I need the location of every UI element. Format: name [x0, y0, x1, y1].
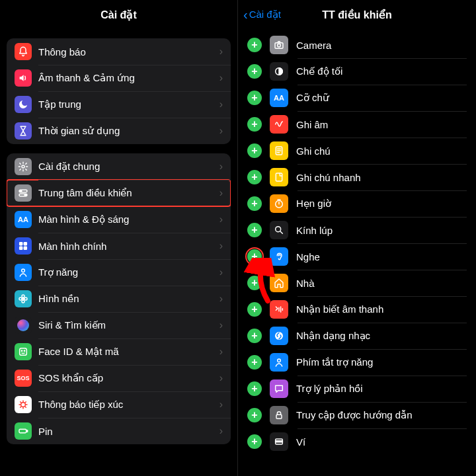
add-button[interactable]: +: [247, 223, 262, 237]
add-button[interactable]: +: [247, 329, 262, 343]
settings-row-control-center[interactable]: Trung tâm điều khiển›: [7, 180, 231, 206]
chevron-right-icon: ›: [219, 72, 223, 84]
timer-icon: [270, 194, 288, 213]
add-button[interactable]: +: [247, 355, 262, 370]
svg-point-11: [22, 295, 24, 298]
cc-label: Ghi âm: [296, 119, 328, 130]
cc-label: Nhận dạng nhạc: [296, 330, 370, 342]
cc-label: Nhận biết âm thanh: [296, 303, 383, 315]
cc-row-guided: +Truy cập được hướng dẫn: [247, 402, 467, 428]
cc-row-notes: +Ghi chú: [247, 138, 467, 164]
row-label: Màn hình & Độ sáng: [38, 214, 219, 225]
cc-row-soundrecog: +Nhận biết âm thanh: [247, 296, 467, 323]
add-button[interactable]: +: [247, 276, 262, 290]
cc-label: Kính lúp: [296, 225, 333, 236]
back-button[interactable]: ‹ Cài đặt: [243, 8, 281, 21]
cc-header: ‹ Cài đặt TT điều khiển: [238, 0, 476, 29]
cc-row-wallet: +Ví: [247, 428, 467, 455]
chevron-right-icon: ›: [219, 125, 223, 137]
shortcut-icon: [270, 353, 288, 372]
cc-label: Phím tắt trợ năng: [296, 356, 373, 368]
settings-scroll[interactable]: Thông báo›Âm thanh & Cảm ứng›Tập trung›T…: [0, 29, 237, 476]
settings-row-battery[interactable]: Pin›: [7, 418, 231, 444]
row-label: Thông báo: [38, 46, 219, 58]
control-center-icon: [15, 184, 32, 202]
add-button[interactable]: +: [247, 196, 262, 211]
chevron-right-icon: ›: [219, 240, 223, 252]
settings-row-display[interactable]: AAMàn hình & Độ sáng›: [7, 206, 231, 233]
svg-point-4: [24, 194, 26, 196]
settings-header: Cài đặt: [0, 0, 237, 29]
chevron-right-icon: ›: [219, 425, 223, 437]
add-button[interactable]: +: [247, 91, 262, 105]
add-button[interactable]: +: [247, 434, 262, 449]
add-button[interactable]: +: [247, 117, 262, 132]
cc-label: Nhà: [296, 278, 315, 289]
cc-list[interactable]: +Camera+Chế độ tối+AACỡ chữ+Ghi âm+Ghi c…: [238, 29, 476, 457]
exposure-icon: [15, 396, 32, 413]
cc-row-darkmode: +Chế độ tối: [247, 58, 467, 85]
svg-rect-20: [26, 430, 27, 432]
add-button[interactable]: +: [247, 249, 262, 264]
settings-row-focus[interactable]: Tập trung›: [7, 91, 231, 118]
svg-rect-8: [24, 247, 26, 249]
cc-row-quicknote: +Ghi chú nhanh: [247, 164, 467, 190]
chevron-right-icon: ›: [219, 99, 223, 110]
row-label: Cài đặt chung: [38, 161, 219, 173]
settings-row-general[interactable]: Cài đặt chung›: [7, 153, 231, 180]
row-label: Siri & Tìm kiếm: [38, 319, 219, 331]
battery-icon: [15, 422, 32, 440]
add-button[interactable]: +: [247, 408, 262, 422]
cc-label: Hẹn giờ: [296, 198, 331, 210]
settings-row-exposure[interactable]: Thông báo tiếp xúc›: [7, 391, 231, 418]
cc-label: Chế độ tối: [296, 65, 342, 77]
darkmode-icon: [270, 62, 288, 81]
svg-point-2: [20, 190, 21, 192]
add-button[interactable]: +: [247, 302, 262, 317]
row-label: Thời gian sử dụng: [38, 125, 219, 137]
settings-row-accessibility[interactable]: Trợ năng›: [7, 259, 231, 286]
page-title: TT điều khiển: [322, 9, 391, 21]
chevron-right-icon: ›: [219, 293, 223, 305]
add-button[interactable]: +: [247, 381, 262, 396]
chevron-left-icon: ‹: [243, 8, 248, 21]
row-label: Thông báo tiếp xúc: [38, 399, 219, 411]
settings-row-siri[interactable]: Siri & Tìm kiếm›: [7, 312, 231, 338]
svg-point-12: [22, 300, 24, 303]
cc-row-textsize: +AACỡ chữ: [247, 85, 467, 111]
cc-label: Ghi chú nhanh: [296, 172, 361, 183]
feedback-icon: [270, 379, 288, 398]
svg-rect-30: [276, 415, 282, 418]
magnifier-icon: [270, 221, 288, 239]
control-center-panel: ‹ Cài đặt TT điều khiển +Camera+Chế độ t…: [238, 0, 476, 476]
settings-row-wallpaper[interactable]: Hình nền›: [7, 286, 231, 312]
quicknote-icon: [270, 168, 288, 186]
cc-row-shortcut: +Phím tắt trợ năng: [247, 349, 467, 376]
settings-row-bell[interactable]: Thông báo›: [7, 38, 231, 65]
cc-label: Camera: [296, 40, 331, 51]
settings-group-2: Cài đặt chung›Trung tâm điều khiển›AAMàn…: [7, 153, 231, 444]
camera-icon: [270, 36, 288, 54]
cc-label: Nghe: [296, 251, 320, 262]
cc-label: Truy cập được hướng dẫn: [296, 409, 413, 421]
bell-icon: [15, 43, 32, 60]
settings-row-faceid[interactable]: Face ID & Mật mã›: [7, 338, 231, 365]
settings-row-screentime[interactable]: Thời gian sử dụng›: [7, 118, 231, 144]
chevron-right-icon: ›: [219, 346, 223, 358]
chevron-right-icon: ›: [219, 214, 223, 225]
general-icon: [15, 158, 32, 175]
settings-row-home[interactable]: Màn hình chính›: [7, 233, 231, 259]
add-button[interactable]: +: [247, 170, 262, 184]
add-button[interactable]: +: [247, 38, 262, 52]
add-button[interactable]: +: [247, 64, 262, 79]
sos-icon: SOS: [15, 370, 32, 387]
settings-row-sos[interactable]: SOSSOS khẩn cấp›: [7, 365, 231, 391]
svg-point-10: [22, 298, 24, 300]
svg-point-22: [278, 44, 281, 47]
add-button[interactable]: +: [247, 143, 262, 158]
svg-point-16: [21, 350, 22, 351]
settings-row-sound[interactable]: Âm thanh & Cảm ứng›: [7, 65, 231, 91]
textsize-icon: AA: [270, 89, 288, 107]
chevron-right-icon: ›: [219, 399, 223, 411]
chevron-right-icon: ›: [219, 187, 223, 199]
